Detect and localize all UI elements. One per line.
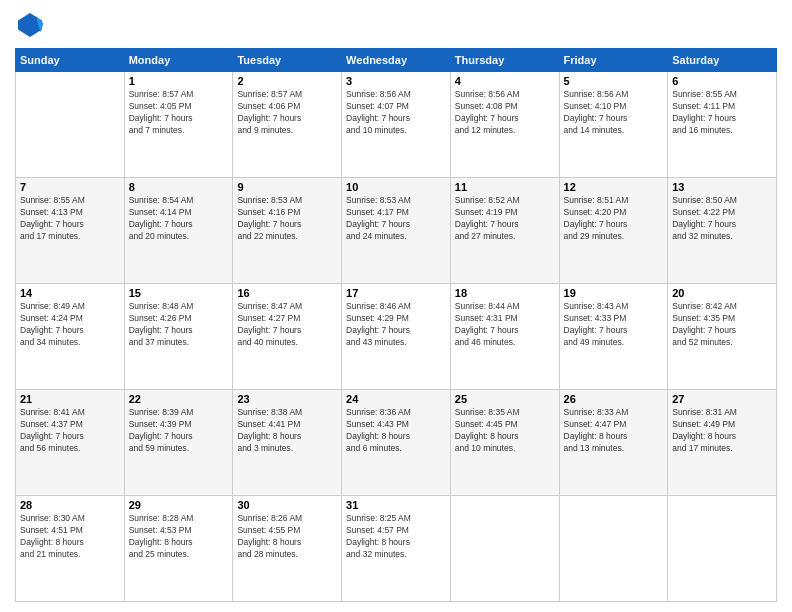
day-of-week-header: Thursday — [450, 49, 559, 72]
day-number: 11 — [455, 181, 555, 193]
day-info: Sunrise: 8:25 AM Sunset: 4:57 PM Dayligh… — [346, 513, 446, 561]
day-number: 17 — [346, 287, 446, 299]
day-of-week-header: Sunday — [16, 49, 125, 72]
header — [15, 10, 777, 40]
day-number: 28 — [20, 499, 120, 511]
day-info: Sunrise: 8:38 AM Sunset: 4:41 PM Dayligh… — [237, 407, 337, 455]
day-number: 20 — [672, 287, 772, 299]
calendar-cell: 19Sunrise: 8:43 AM Sunset: 4:33 PM Dayli… — [559, 284, 668, 390]
day-info: Sunrise: 8:53 AM Sunset: 4:17 PM Dayligh… — [346, 195, 446, 243]
calendar-week-row: 7Sunrise: 8:55 AM Sunset: 4:13 PM Daylig… — [16, 178, 777, 284]
day-info: Sunrise: 8:44 AM Sunset: 4:31 PM Dayligh… — [455, 301, 555, 349]
calendar-cell — [450, 496, 559, 602]
calendar-cell: 29Sunrise: 8:28 AM Sunset: 4:53 PM Dayli… — [124, 496, 233, 602]
calendar-header-row: SundayMondayTuesdayWednesdayThursdayFrid… — [16, 49, 777, 72]
calendar-cell: 21Sunrise: 8:41 AM Sunset: 4:37 PM Dayli… — [16, 390, 125, 496]
day-info: Sunrise: 8:56 AM Sunset: 4:08 PM Dayligh… — [455, 89, 555, 137]
day-number: 13 — [672, 181, 772, 193]
svg-marker-0 — [18, 13, 42, 37]
day-number: 6 — [672, 75, 772, 87]
day-of-week-header: Friday — [559, 49, 668, 72]
calendar-cell: 17Sunrise: 8:46 AM Sunset: 4:29 PM Dayli… — [342, 284, 451, 390]
calendar-cell: 31Sunrise: 8:25 AM Sunset: 4:57 PM Dayli… — [342, 496, 451, 602]
day-number: 1 — [129, 75, 229, 87]
calendar-cell: 20Sunrise: 8:42 AM Sunset: 4:35 PM Dayli… — [668, 284, 777, 390]
day-number: 4 — [455, 75, 555, 87]
day-number: 15 — [129, 287, 229, 299]
calendar-cell: 23Sunrise: 8:38 AM Sunset: 4:41 PM Dayli… — [233, 390, 342, 496]
day-number: 27 — [672, 393, 772, 405]
day-number: 5 — [564, 75, 664, 87]
calendar-cell: 25Sunrise: 8:35 AM Sunset: 4:45 PM Dayli… — [450, 390, 559, 496]
day-info: Sunrise: 8:35 AM Sunset: 4:45 PM Dayligh… — [455, 407, 555, 455]
day-info: Sunrise: 8:43 AM Sunset: 4:33 PM Dayligh… — [564, 301, 664, 349]
day-number: 25 — [455, 393, 555, 405]
calendar-cell: 11Sunrise: 8:52 AM Sunset: 4:19 PM Dayli… — [450, 178, 559, 284]
calendar-cell — [16, 72, 125, 178]
day-info: Sunrise: 8:55 AM Sunset: 4:11 PM Dayligh… — [672, 89, 772, 137]
day-number: 16 — [237, 287, 337, 299]
calendar-table: SundayMondayTuesdayWednesdayThursdayFrid… — [15, 48, 777, 602]
day-of-week-header: Saturday — [668, 49, 777, 72]
calendar-cell: 9Sunrise: 8:53 AM Sunset: 4:16 PM Daylig… — [233, 178, 342, 284]
day-number: 18 — [455, 287, 555, 299]
calendar-week-row: 21Sunrise: 8:41 AM Sunset: 4:37 PM Dayli… — [16, 390, 777, 496]
calendar-cell: 30Sunrise: 8:26 AM Sunset: 4:55 PM Dayli… — [233, 496, 342, 602]
day-info: Sunrise: 8:56 AM Sunset: 4:10 PM Dayligh… — [564, 89, 664, 137]
day-number: 10 — [346, 181, 446, 193]
calendar-week-row: 14Sunrise: 8:49 AM Sunset: 4:24 PM Dayli… — [16, 284, 777, 390]
day-of-week-header: Tuesday — [233, 49, 342, 72]
calendar-cell: 18Sunrise: 8:44 AM Sunset: 4:31 PM Dayli… — [450, 284, 559, 390]
calendar-cell: 14Sunrise: 8:49 AM Sunset: 4:24 PM Dayli… — [16, 284, 125, 390]
day-info: Sunrise: 8:50 AM Sunset: 4:22 PM Dayligh… — [672, 195, 772, 243]
calendar-cell: 4Sunrise: 8:56 AM Sunset: 4:08 PM Daylig… — [450, 72, 559, 178]
calendar-week-row: 28Sunrise: 8:30 AM Sunset: 4:51 PM Dayli… — [16, 496, 777, 602]
day-info: Sunrise: 8:28 AM Sunset: 4:53 PM Dayligh… — [129, 513, 229, 561]
day-number: 2 — [237, 75, 337, 87]
calendar-cell: 8Sunrise: 8:54 AM Sunset: 4:14 PM Daylig… — [124, 178, 233, 284]
calendar-cell: 27Sunrise: 8:31 AM Sunset: 4:49 PM Dayli… — [668, 390, 777, 496]
day-info: Sunrise: 8:52 AM Sunset: 4:19 PM Dayligh… — [455, 195, 555, 243]
day-of-week-header: Monday — [124, 49, 233, 72]
day-info: Sunrise: 8:33 AM Sunset: 4:47 PM Dayligh… — [564, 407, 664, 455]
calendar-week-row: 1Sunrise: 8:57 AM Sunset: 4:05 PM Daylig… — [16, 72, 777, 178]
day-number: 7 — [20, 181, 120, 193]
day-number: 30 — [237, 499, 337, 511]
day-number: 3 — [346, 75, 446, 87]
calendar-cell: 2Sunrise: 8:57 AM Sunset: 4:06 PM Daylig… — [233, 72, 342, 178]
calendar-cell: 28Sunrise: 8:30 AM Sunset: 4:51 PM Dayli… — [16, 496, 125, 602]
calendar-cell: 24Sunrise: 8:36 AM Sunset: 4:43 PM Dayli… — [342, 390, 451, 496]
logo-icon — [15, 10, 45, 40]
day-info: Sunrise: 8:36 AM Sunset: 4:43 PM Dayligh… — [346, 407, 446, 455]
day-info: Sunrise: 8:42 AM Sunset: 4:35 PM Dayligh… — [672, 301, 772, 349]
calendar-cell: 3Sunrise: 8:56 AM Sunset: 4:07 PM Daylig… — [342, 72, 451, 178]
day-info: Sunrise: 8:51 AM Sunset: 4:20 PM Dayligh… — [564, 195, 664, 243]
calendar-cell: 22Sunrise: 8:39 AM Sunset: 4:39 PM Dayli… — [124, 390, 233, 496]
calendar-cell: 10Sunrise: 8:53 AM Sunset: 4:17 PM Dayli… — [342, 178, 451, 284]
calendar-cell: 5Sunrise: 8:56 AM Sunset: 4:10 PM Daylig… — [559, 72, 668, 178]
day-info: Sunrise: 8:54 AM Sunset: 4:14 PM Dayligh… — [129, 195, 229, 243]
calendar-cell: 16Sunrise: 8:47 AM Sunset: 4:27 PM Dayli… — [233, 284, 342, 390]
calendar-cell: 12Sunrise: 8:51 AM Sunset: 4:20 PM Dayli… — [559, 178, 668, 284]
day-number: 14 — [20, 287, 120, 299]
calendar-cell: 1Sunrise: 8:57 AM Sunset: 4:05 PM Daylig… — [124, 72, 233, 178]
day-of-week-header: Wednesday — [342, 49, 451, 72]
day-info: Sunrise: 8:47 AM Sunset: 4:27 PM Dayligh… — [237, 301, 337, 349]
day-info: Sunrise: 8:31 AM Sunset: 4:49 PM Dayligh… — [672, 407, 772, 455]
day-number: 19 — [564, 287, 664, 299]
day-info: Sunrise: 8:39 AM Sunset: 4:39 PM Dayligh… — [129, 407, 229, 455]
day-number: 8 — [129, 181, 229, 193]
day-number: 21 — [20, 393, 120, 405]
day-info: Sunrise: 8:53 AM Sunset: 4:16 PM Dayligh… — [237, 195, 337, 243]
calendar-cell: 13Sunrise: 8:50 AM Sunset: 4:22 PM Dayli… — [668, 178, 777, 284]
day-info: Sunrise: 8:49 AM Sunset: 4:24 PM Dayligh… — [20, 301, 120, 349]
day-number: 9 — [237, 181, 337, 193]
day-info: Sunrise: 8:57 AM Sunset: 4:06 PM Dayligh… — [237, 89, 337, 137]
calendar-cell: 7Sunrise: 8:55 AM Sunset: 4:13 PM Daylig… — [16, 178, 125, 284]
calendar-cell: 6Sunrise: 8:55 AM Sunset: 4:11 PM Daylig… — [668, 72, 777, 178]
day-number: 12 — [564, 181, 664, 193]
day-info: Sunrise: 8:26 AM Sunset: 4:55 PM Dayligh… — [237, 513, 337, 561]
day-info: Sunrise: 8:57 AM Sunset: 4:05 PM Dayligh… — [129, 89, 229, 137]
day-number: 29 — [129, 499, 229, 511]
day-info: Sunrise: 8:48 AM Sunset: 4:26 PM Dayligh… — [129, 301, 229, 349]
